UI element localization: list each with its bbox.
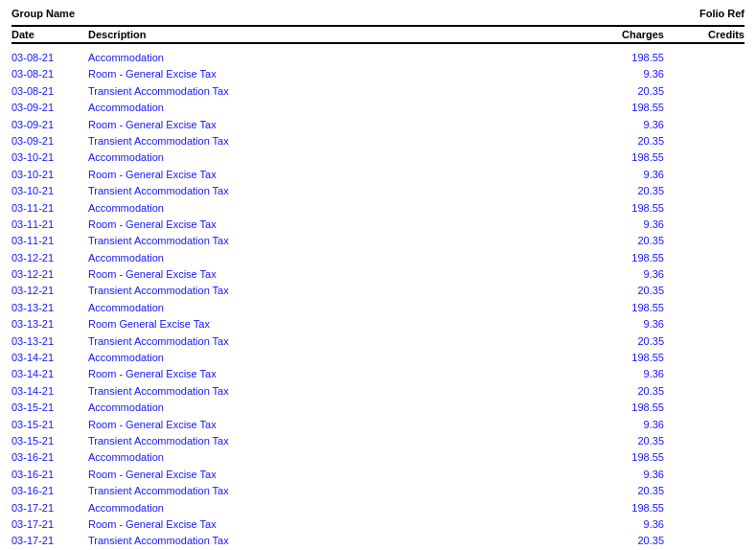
table-body: 03-08-21Accommodation198.5503-08-21Room … [11,44,745,550]
table-row: 03-13-21Accommodation198.55 [11,300,745,316]
cell-charges: 198.55 [572,251,668,265]
cell-date: 03-09-21 [11,101,88,115]
cell-credits [668,401,745,415]
cell-credits [668,218,745,232]
cell-description: Transient Accommodation Tax [88,284,572,298]
cell-description: Accommodation [88,501,572,516]
cell-date: 03-13-21 [11,334,88,349]
cell-description: Transient Accommodation Tax [88,134,572,149]
cell-description: Accommodation [88,150,572,165]
cell-date: 03-08-21 [11,84,88,99]
cell-charges: 198.55 [572,301,668,315]
cell-credits [668,351,745,365]
cell-credits [668,334,745,349]
table-row: 03-09-21Room - General Excise Tax9.36 [11,117,745,133]
table-row: 03-08-21Transient Accommodation Tax20.35 [11,83,745,100]
cell-charges: 20.35 [572,134,668,149]
column-headers: Date Description Charges Credits [11,25,745,44]
cell-credits [668,267,745,282]
cell-date: 03-15-21 [11,401,88,415]
cell-charges: 20.35 [572,184,668,198]
header-row: Group Name Folio Ref [11,8,745,21]
cell-credits [668,517,745,532]
table-row: 03-17-21Room - General Excise Tax9.36 [11,516,745,533]
cell-date: 03-09-21 [11,118,88,132]
cell-credits [668,84,745,99]
cell-charges: 9.36 [572,67,668,81]
cell-credits [668,168,745,182]
table-row: 03-09-21Accommodation198.55 [11,100,745,116]
cell-description: Room - General Excise Tax [88,367,572,381]
table-row: 03-17-21Transient Accommodation Tax20.35 [11,533,745,549]
cell-charges: 198.55 [572,351,668,365]
cell-credits [668,150,745,165]
table-row: 03-12-21Transient Accommodation Tax20.35 [11,283,745,299]
cell-charges: 20.35 [572,484,668,498]
cell-credits [668,118,745,132]
cell-credits [668,134,745,149]
cell-credits [668,468,745,482]
cell-date: 03-11-21 [11,201,88,216]
cell-description: Room - General Excise Tax [88,67,572,81]
group-name-label: Group Name [11,8,75,19]
col-header-description: Description [88,29,572,40]
cell-date: 03-14-21 [11,351,88,365]
cell-description: Room - General Excise Tax [88,168,572,182]
cell-credits [668,484,745,498]
table-row: 03-15-21Accommodation198.55 [11,400,745,416]
cell-date: 03-15-21 [11,434,88,448]
table-row: 03-10-21Transient Accommodation Tax20.35 [11,183,745,199]
cell-charges: 198.55 [572,150,668,165]
cell-description: Room - General Excise Tax [88,418,572,432]
cell-charges: 198.55 [572,401,668,415]
table-row: 03-16-21Transient Accommodation Tax20.35 [11,483,745,499]
cell-date: 03-12-21 [11,284,88,298]
table-row: 03-10-21Room - General Excise Tax9.36 [11,167,745,183]
cell-date: 03-08-21 [11,51,88,65]
cell-charges: 9.36 [572,418,668,432]
cell-description: Transient Accommodation Tax [88,534,572,548]
table-row: 03-15-21Transient Accommodation Tax20.35 [11,433,745,449]
cell-credits [668,184,745,198]
cell-date: 03-17-21 [11,534,88,548]
cell-description: Transient Accommodation Tax [88,434,572,448]
table-row: 03-11-21Transient Accommodation Tax20.35 [11,233,745,249]
cell-date: 03-16-21 [11,484,88,498]
folio-ref-label: Folio Ref [699,8,745,19]
cell-charges: 198.55 [572,101,668,115]
cell-description: Accommodation [88,450,572,465]
cell-description: Room - General Excise Tax [88,218,572,232]
cell-description: Accommodation [88,101,572,115]
cell-description: Room - General Excise Tax [88,267,572,282]
page-container: Group Name Folio Ref Date Description Ch… [0,0,756,550]
cell-date: 03-16-21 [11,450,88,465]
table-row: 03-16-21Accommodation198.55 [11,449,745,466]
table-row: 03-13-21Room General Excise Tax9.36 [11,316,745,332]
cell-charges: 20.35 [572,234,668,248]
cell-date: 03-12-21 [11,267,88,282]
cell-description: Room - General Excise Tax [88,118,572,132]
table-row: 03-09-21Transient Accommodation Tax20.35 [11,133,745,149]
cell-credits [668,101,745,115]
cell-description: Accommodation [88,201,572,216]
table-row: 03-17-21Accommodation198.55 [11,500,745,516]
cell-charges: 9.36 [572,517,668,532]
cell-date: 03-15-21 [11,418,88,432]
cell-charges: 9.36 [572,218,668,232]
cell-credits [668,384,745,399]
table-row: 03-13-21Transient Accommodation Tax20.35 [11,333,745,350]
cell-credits [668,51,745,65]
cell-description: Transient Accommodation Tax [88,484,572,498]
cell-charges: 20.35 [572,284,668,298]
cell-charges: 20.35 [572,84,668,99]
cell-date: 03-17-21 [11,501,88,516]
cell-description: Transient Accommodation Tax [88,384,572,399]
table-row: 03-10-21Accommodation198.55 [11,149,745,166]
cell-charges: 20.35 [572,334,668,349]
cell-date: 03-09-21 [11,134,88,149]
table-row: 03-12-21Room - General Excise Tax9.36 [11,266,745,283]
cell-description: Room General Excise Tax [88,317,572,332]
col-header-charges: Charges [572,29,668,40]
cell-charges: 20.35 [572,534,668,548]
table-row: 03-12-21Accommodation198.55 [11,250,745,266]
